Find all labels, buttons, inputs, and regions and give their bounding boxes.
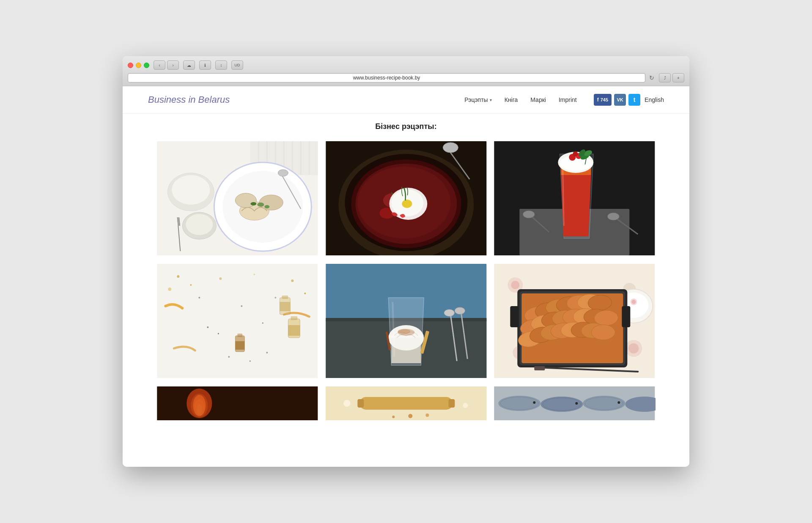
svg-point-19: [259, 195, 283, 210]
nav-marks[interactable]: Маркі: [530, 96, 546, 103]
recipe-image-7: [156, 386, 318, 420]
nav-imprint[interactable]: Imprint: [559, 96, 577, 103]
svg-point-78: [218, 333, 219, 334]
svg-point-90: [455, 307, 465, 314]
svg-point-64: [198, 297, 200, 298]
recipe-image-1: [156, 141, 318, 255]
recipe-image-3: [494, 141, 656, 255]
back-button[interactable]: ‹: [154, 60, 165, 70]
svg-point-154: [392, 416, 395, 418]
forward-button[interactable]: ›: [167, 60, 179, 70]
vk-icon: VK: [617, 97, 623, 102]
svg-rect-138: [535, 366, 545, 370]
svg-rect-151: [448, 399, 455, 408]
navigation-buttons: ‹ ›: [154, 60, 179, 70]
svg-point-63: [304, 293, 306, 294]
svg-point-166: [576, 402, 578, 405]
recipe-card-2[interactable]: [325, 141, 487, 257]
svg-rect-149: [359, 397, 453, 410]
site-nav: Рэцэпты ▾ Кніга Маркі Imprint: [464, 96, 576, 103]
svg-point-79: [241, 305, 242, 307]
nav-recipes[interactable]: Рэцэпты ▾: [464, 96, 491, 103]
page-title: Бізнес рэцэпты:: [156, 122, 656, 131]
chevron-down-icon: ▾: [490, 98, 492, 102]
vk-button[interactable]: VK: [614, 94, 626, 106]
svg-rect-72: [291, 316, 297, 320]
svg-point-66: [219, 277, 222, 280]
browser-titlebar: ‹ › ☁ ℹ ↕ UD: [128, 60, 684, 70]
svg-point-81: [228, 356, 230, 358]
site-header: Business in Belarus Рэцэпты ▾ Кніга Марк…: [123, 86, 689, 114]
svg-rect-73: [288, 325, 300, 336]
new-tab-button[interactable]: +: [672, 73, 684, 82]
svg-point-77: [207, 326, 208, 328]
recipe-image-8: [325, 386, 487, 420]
svg-point-67: [253, 274, 255, 275]
svg-point-23: [250, 202, 256, 205]
browser-toolbar: www.business-recipe-book.by ↻ ⤴ +: [128, 73, 684, 86]
svg-point-22: [264, 205, 269, 208]
recipe-card-8[interactable]: [325, 386, 487, 422]
minimize-button[interactable]: [136, 63, 141, 68]
svg-point-39: [402, 200, 412, 208]
share-toolbar-button[interactable]: ⤴: [659, 73, 671, 82]
cloud-button[interactable]: ☁: [183, 60, 195, 70]
site-logo[interactable]: Business in Belarus: [148, 94, 230, 105]
recipe-card-5[interactable]: [325, 264, 487, 380]
recipe-card-9[interactable]: [494, 386, 656, 422]
address-bar-container: www.business-recipe-book.by ↻: [128, 73, 656, 82]
up-button[interactable]: UD: [231, 60, 243, 70]
svg-point-134: [592, 325, 615, 340]
url-text: www.business-recipe-book.by: [353, 75, 420, 81]
svg-point-100: [511, 281, 520, 289]
recipe-image-9: [494, 386, 656, 420]
traffic-lights: [128, 63, 149, 68]
recipe-image-5: [325, 264, 487, 378]
svg-rect-75: [237, 334, 242, 337]
nav-book[interactable]: Кніга: [505, 96, 518, 103]
svg-point-94: [398, 329, 410, 334]
svg-point-11: [172, 175, 210, 205]
svg-point-21: [257, 203, 264, 207]
nav-recipes-label: Рэцэпты: [464, 96, 488, 103]
svg-point-152: [408, 414, 412, 418]
svg-point-41: [443, 142, 458, 153]
address-bar[interactable]: www.business-recipe-book.by: [128, 73, 645, 82]
recipe-card-7[interactable]: [156, 386, 318, 422]
recipe-card-6[interactable]: [494, 264, 656, 380]
info-button[interactable]: ℹ: [199, 60, 211, 70]
recipe-image-4: [156, 264, 318, 378]
svg-rect-136: [622, 306, 631, 327]
svg-point-59: [177, 275, 179, 278]
recipe-card-4[interactable]: [156, 264, 318, 380]
share-button[interactable]: ↕: [215, 60, 227, 70]
toolbar-right: ⤴ +: [659, 73, 684, 82]
browser-window: ‹ › ☁ ℹ ↕ UD www.business-recipe-book.by…: [123, 56, 689, 467]
svg-rect-76: [235, 341, 244, 350]
svg-point-102: [629, 343, 639, 353]
recipe-image-2: [325, 141, 487, 255]
close-button[interactable]: [128, 63, 133, 68]
website-content: Business in Belarus Рэцэпты ▾ Кніга Марк…: [123, 86, 689, 467]
svg-point-82: [250, 361, 251, 362]
maximize-button[interactable]: [144, 63, 149, 68]
svg-rect-70: [280, 302, 290, 311]
facebook-icon: f: [597, 97, 599, 103]
facebook-count: 745: [601, 97, 608, 102]
svg-rect-69: [282, 296, 288, 299]
svg-point-80: [262, 323, 263, 324]
recipe-grid: [156, 141, 656, 422]
svg-rect-144: [157, 386, 318, 420]
svg-point-83: [266, 352, 268, 353]
svg-point-155: [343, 400, 350, 407]
svg-point-146: [193, 395, 206, 416]
recipe-card-1[interactable]: [156, 141, 318, 257]
svg-point-25: [186, 214, 213, 235]
twitter-button[interactable]: t: [628, 94, 640, 106]
svg-point-60: [190, 284, 192, 286]
refresh-button[interactable]: ↻: [647, 73, 656, 82]
language-button[interactable]: English: [645, 96, 664, 103]
recipe-card-3[interactable]: [494, 141, 656, 257]
svg-point-62: [291, 279, 294, 282]
facebook-button[interactable]: f 745: [594, 94, 612, 106]
